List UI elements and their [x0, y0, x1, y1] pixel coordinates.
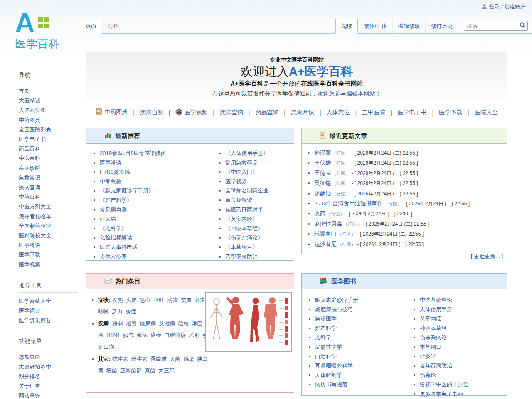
sidebar-link[interactable]: 医学词典 [19, 308, 40, 314]
recommend-link[interactable]: 读懂乙肝两对半 [225, 207, 263, 213]
hot-link[interactable]: 蛋白质 [150, 356, 167, 362]
hot-link[interactable]: 乙肝 [189, 332, 200, 338]
sidebar-link[interactable]: 大医精诚 [19, 97, 40, 103]
quicklink[interactable]: 疾病自测 [140, 109, 163, 116]
recommend-link[interactable]: 《中医入门》 [225, 169, 258, 175]
book-link[interactable]: 中医基础理论 [420, 297, 452, 303]
hot-link[interactable]: 消瘦 [167, 297, 178, 303]
sidebar-link[interactable]: 关于广告 [19, 383, 40, 389]
quicklink[interactable]: 医学电子书 [398, 109, 427, 116]
book-link[interactable]: 伤寒杂病论 [420, 334, 447, 340]
recommend-link[interactable]: 《儿科学》 [100, 225, 127, 232]
recommend-link[interactable]: 《伤寒杂病论》 [225, 234, 263, 241]
hot-link[interactable]: 糖尿病 [140, 320, 156, 327]
hot-link[interactable]: 癣病 [137, 332, 148, 338]
recommend-link[interactable]: 全球知名制药企业 [225, 187, 268, 194]
hot-link[interactable]: 结核 [178, 320, 189, 327]
recommend-link[interactable]: 《默克家庭诊疗手册》 [100, 187, 154, 194]
hot-link[interactable]: 正常菌群 [120, 367, 142, 374]
book-link[interactable]: 更多医学电子书>> [420, 391, 464, 397]
book-link[interactable]: 神农本草经 [420, 325, 447, 331]
book-link[interactable]: 皮肤性病学 [315, 344, 342, 350]
recommend-link[interactable]: 狂犬病 [100, 216, 116, 222]
recommend-link[interactable]: 中毒急救 [100, 178, 121, 185]
recommend-link[interactable]: 2019新型冠状病毒感染肺炎 [100, 150, 166, 156]
book-link[interactable]: 本草纲目 [420, 344, 441, 350]
update-article-link[interactable]: 起酥油 [314, 190, 331, 197]
quicklink[interactable]: 医学下载 [439, 109, 462, 116]
update-article-link[interactable]: 吴征镒 [314, 180, 331, 186]
book-link[interactable]: 默克家庭诊疗手册 [315, 297, 358, 303]
sidebar-link[interactable]: 疾病诊断 [19, 165, 40, 171]
update-category-link[interactable]: （行医） [343, 222, 362, 227]
banner-edit-link[interactable]: 欢迎您参与编辑本网站 [317, 90, 375, 97]
update-article-link[interactable]: 农药 [314, 210, 325, 217]
hot-link[interactable]: 呕吐 [153, 297, 164, 303]
book-link[interactable]: 人体解剖学 [315, 372, 342, 378]
update-category-link[interactable]: （行医） [384, 201, 402, 206]
tab-read[interactable]: 阅读 [335, 19, 358, 34]
hot-link[interactable]: 感染 [183, 356, 194, 362]
recommend-link[interactable]: 常见病自测 [100, 207, 127, 213]
search-input[interactable] [464, 21, 528, 31]
book-link[interactable]: 病历书写规范 [315, 381, 347, 387]
hot-link[interactable]: 真菌 [145, 367, 155, 374]
update-category-link[interactable]: （行医） [332, 150, 350, 155]
book-link[interactable]: 老年百病防治 [420, 362, 452, 369]
update-category-link[interactable]: （行医） [337, 242, 356, 247]
site-logo[interactable]: A 医学百科 [15, 11, 73, 51]
sidebar-link[interactable]: 中药百科 [19, 194, 40, 200]
sidebar-link[interactable]: 医学视频 [19, 261, 40, 268]
sidebar-link[interactable]: 中医百科 [19, 155, 40, 161]
hot-link[interactable]: 炎症 [126, 308, 136, 315]
anatomy-image[interactable] [205, 292, 292, 352]
hot-link[interactable]: 发热 [112, 297, 123, 303]
recommend-link[interactable]: 常用急救药品 [225, 160, 258, 166]
book-link[interactable]: 口腔科学 [315, 353, 337, 360]
update-category-link[interactable]: （行医） [332, 191, 350, 196]
book-link[interactable]: 儿科学 [315, 334, 331, 340]
book-link[interactable]: 急诊医学 [315, 315, 337, 322]
hot-link[interactable]: 贫血 [181, 297, 192, 303]
quicklink[interactable]: 药品查询 [255, 109, 278, 116]
sidebar-link[interactable]: 医学电子书 [19, 136, 46, 142]
hot-link[interactable]: 口腔溃疡 [164, 332, 186, 338]
book-link[interactable]: 人体使用手册 [420, 306, 452, 313]
hot-link[interactable]: 粉刺 [112, 320, 123, 327]
search-icon[interactable] [520, 22, 526, 30]
recommend-link[interactable]: 人体穴位图 [100, 254, 127, 260]
quicklink[interactable]: 疾病查询 [220, 109, 243, 116]
sidebar-link[interactable]: 全国医院列表 [19, 126, 51, 133]
update-article-link[interactable]: 麻痺性贝毒 [314, 221, 342, 227]
update-article-link[interactable]: 王伏雄 [314, 160, 331, 166]
book-link[interactable]: 给初学中医的十封信 [420, 381, 468, 387]
recommend-link[interactable]: 血常规解读 [225, 197, 252, 203]
book-link[interactable]: 针灸学 [420, 353, 436, 360]
quicklink[interactable]: 中药图典 [104, 108, 128, 116]
recommend-link[interactable]: 《本草纲目》 [225, 244, 258, 250]
quicklink[interactable]: 医学视频 [184, 109, 207, 116]
sidebar-link[interactable]: 药品百科 [19, 145, 40, 152]
sidebar-link[interactable]: 医学网站大全 [19, 298, 51, 304]
quicklink[interactable]: 医院大全 [475, 109, 498, 116]
update-category-link[interactable]: （行医） [326, 211, 345, 216]
quicklink[interactable]: 人体穴位 [327, 109, 350, 116]
recommend-link[interactable]: 《黄帝内经》 [225, 216, 258, 222]
hot-link[interactable]: 抗生素 [112, 356, 128, 362]
hot-link[interactable]: 乏力 [112, 308, 123, 315]
hot-link[interactable]: 恶心 [140, 297, 150, 303]
tab-discussion[interactable]: 讨论 [102, 19, 124, 33]
recommend-link[interactable]: 化验指标解读 [100, 234, 132, 241]
sidebar-link[interactable]: 医科院校大全 [19, 232, 51, 239]
sidebar-link[interactable]: 医学下载 [19, 251, 40, 258]
sidebar-link[interactable]: 怎样看化验单 [19, 213, 51, 219]
sidebar-link[interactable]: 添加页面 [19, 354, 40, 360]
update-article-link[interactable]: 达沙替尼 [314, 241, 337, 247]
sidebar-link[interactable]: 人体穴位图 [19, 107, 46, 113]
update-category-link[interactable]: （行医） [337, 232, 356, 236]
login-link[interactable]: 登录／创建账户 [489, 3, 526, 10]
hot-link[interactable]: 坏疽 [195, 297, 205, 303]
update-category-link[interactable]: （行医） [332, 181, 350, 186]
book-link[interactable]: 减肥新法与技巧 [315, 306, 353, 313]
hot-link[interactable]: 咳嗽 [98, 308, 109, 315]
